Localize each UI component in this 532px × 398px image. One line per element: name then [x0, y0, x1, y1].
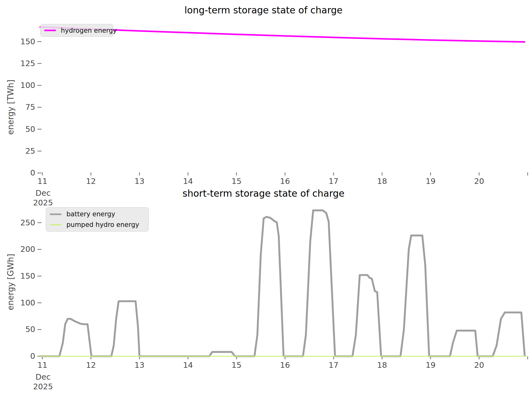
hydrogen-energy-swatch-icon	[44, 30, 56, 31]
y-tick-label: 250	[1, 218, 35, 227]
y-tick-label: 100	[1, 81, 35, 89]
x-tick-label: 16	[271, 361, 299, 369]
x-tick-label: 18	[368, 361, 396, 369]
x-axis-date-sublabel: 2025	[24, 199, 62, 207]
y-tick-label: 25	[1, 147, 35, 155]
x-tick-label: 12	[77, 361, 105, 369]
figure: long-term storage state of charge energy…	[0, 0, 532, 398]
x-axis-date-sublabel: Dec	[24, 189, 62, 197]
x-tick-label: 18	[368, 177, 396, 185]
x-tick-label: 12	[77, 177, 105, 185]
x-axis-date-sublabel: 2025	[24, 382, 62, 391]
legend-row: battery energy	[50, 209, 144, 219]
chart1-legend: hydrogen energy	[40, 24, 113, 37]
x-tick-label: 19	[417, 361, 445, 369]
x-tick-label: 14	[174, 177, 202, 185]
y-tick-label: 50	[1, 125, 35, 133]
legend-label: pumped hydro energy	[66, 221, 139, 228]
x-tick-label: 19	[417, 177, 445, 185]
x-tick-label: 20	[465, 177, 493, 185]
series-line-battery-energy	[40, 210, 525, 356]
x-axis-date-sublabel: Dec	[24, 373, 62, 381]
plot-svg	[0, 0, 532, 398]
x-tick-label: 16	[271, 177, 299, 185]
y-tick-label: 200	[1, 245, 35, 253]
x-tick-label: 20	[465, 361, 493, 369]
x-tick-label: 15	[222, 361, 250, 369]
pumped-hydro-energy-swatch-icon	[50, 224, 61, 225]
legend-row: pumped hydro energy	[50, 219, 144, 230]
battery-energy-swatch-icon	[50, 213, 61, 215]
x-tick-label: 13	[125, 177, 153, 185]
chart2-legend: battery energy pumped hydro energy	[46, 207, 149, 232]
chart2-title: short-term storage state of charge	[0, 188, 527, 199]
x-tick-label: 17	[320, 177, 348, 185]
legend-label: battery energy	[66, 210, 115, 218]
y-tick-label: 100	[1, 299, 35, 307]
legend-label: hydrogen energy	[61, 27, 117, 34]
chart1-title: long-term storage state of charge	[0, 5, 527, 16]
y-tick-label: 50	[1, 325, 35, 333]
x-tick-label: 17	[320, 361, 348, 369]
x-tick-label: 13	[125, 361, 153, 369]
y-tick-label: 0	[1, 169, 35, 177]
y-tick-label: 0	[1, 352, 35, 360]
y-tick-label: 150	[1, 37, 35, 46]
y-tick-label: 125	[1, 59, 35, 68]
y-tick-label: 150	[1, 272, 35, 280]
x-tick-label: 11	[28, 177, 56, 185]
y-tick-label: 75	[1, 103, 35, 111]
x-tick-label: 14	[174, 361, 202, 369]
x-tick-label: 11	[28, 361, 56, 369]
x-tick-label: 15	[222, 177, 250, 185]
legend-row: hydrogen energy	[44, 26, 109, 35]
